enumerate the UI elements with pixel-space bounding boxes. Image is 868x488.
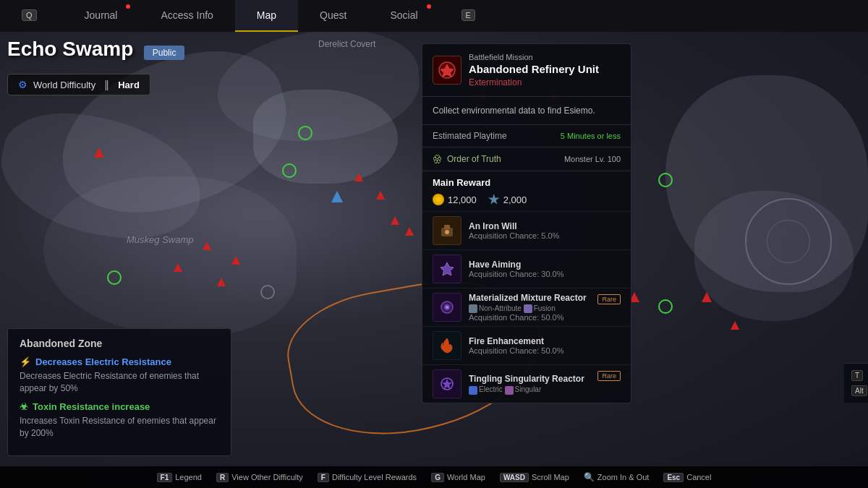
enemy-marker[interactable] [174, 263, 182, 272]
scroll-map-label: Scroll Map [532, 473, 569, 481]
f1-key: F1 [157, 473, 173, 482]
reward-item-mixture-reactor[interactable]: Materialized Mixture Reactor Non-Attribu… [422, 288, 631, 326]
nav-journal[interactable]: Journal [63, 0, 140, 32]
nav-access-info-label: Access Info [161, 9, 213, 21]
mission-panel: Battlefield Mission Abandoned Refinery U… [422, 43, 631, 403]
reward-icon-iron-will [433, 216, 461, 245]
coin-amount: 12,000 [448, 194, 477, 205]
mission-faction: 🏵 Order of Truth Monster Lv. 100 [422, 147, 631, 171]
visibility-badge[interactable]: Public [144, 46, 185, 60]
world-map-label: World Map [447, 473, 485, 481]
mission-subtype: Extermination [469, 77, 599, 87]
reward-icon-mixture-reactor [433, 293, 461, 322]
difficulty-rewards-label: Difficulty Level Rewards [332, 473, 417, 481]
coin-icon [433, 194, 444, 205]
reward-item-have-aiming[interactable]: Have Aiming Acquisition Chance: 30.0% [422, 249, 631, 288]
reward-icon-fire-enhancement [433, 331, 461, 360]
enemy-marker[interactable] [354, 173, 363, 181]
enemy-marker[interactable] [94, 147, 104, 158]
reward-item-singularity-reactor[interactable]: Tingling Singularity Reactor Electric Si… [422, 364, 631, 403]
reward-info-mixture-reactor: Materialized Mixture Reactor Non-Attribu… [469, 293, 587, 322]
enemy-marker[interactable] [203, 241, 211, 250]
mission-name: Abandoned Refinery Unit [469, 63, 599, 76]
zoom-label: Zoom In & Out [597, 473, 650, 481]
nav-q-shortcut[interactable]: Q [0, 0, 63, 32]
reward-icon-have-aiming [433, 254, 461, 283]
gear-amount: 2,000 [503, 194, 527, 205]
bottom-legend: F1 Legend [157, 473, 202, 482]
abandoned-zone-title: Abandoned Zone [20, 338, 219, 349]
location-header: Echo Swamp Public [7, 38, 184, 61]
enemy-marker[interactable] [405, 227, 414, 236]
wasd-key: WASD [500, 473, 529, 482]
elite-vulgus-action[interactable]: T Elite Vulgus Effect [851, 368, 868, 383]
bottom-difficulty-rewards: F Difficulty Level Rewards [318, 473, 417, 482]
other-difficulty-label: View Other Difficulty [231, 473, 303, 481]
enemy-marker[interactable] [391, 216, 399, 225]
reward-icon-singularity-reactor [433, 369, 461, 398]
coin-currency: 12,000 [433, 194, 477, 205]
enemy-marker[interactable] [731, 321, 739, 330]
svg-point-4 [445, 230, 449, 234]
mission-type: Battlefield Mission [469, 53, 599, 61]
location-marker[interactable] [298, 126, 312, 140]
location-marker[interactable] [282, 163, 297, 178]
zone-effect-electric: ⚡ Decreases Electric Resistance Decrease… [20, 356, 219, 395]
rare-badge-2: Rare [597, 371, 621, 381]
enemy-marker[interactable] [217, 278, 226, 286]
gear-currency: 2,000 [488, 194, 527, 205]
world-icon: ⚙ [18, 79, 27, 90]
reward-item-fire-enhancement[interactable]: Fire Enhancement Acquisition Chance: 50.… [422, 326, 631, 364]
nav-map[interactable]: Map [235, 0, 298, 32]
enemy-marker[interactable] [231, 256, 240, 265]
faction-info: 🏵 Order of Truth [433, 153, 501, 165]
zone-effect-electric-desc: Decreases Electric Resistance of enemies… [20, 370, 219, 395]
svg-point-8 [446, 306, 448, 309]
bottom-zoom: 🔍 Zoom In & Out [584, 472, 650, 482]
rare-badge: Rare [597, 294, 621, 304]
toxin-icon: ☣ [20, 401, 28, 412]
mission-marker[interactable] [331, 191, 343, 202]
bottom-other-difficulty: R View Other Difficulty [216, 473, 303, 482]
g-key: G [431, 473, 444, 482]
zone-effect-toxin-desc: Increases Toxin Resistance of enemies th… [20, 415, 219, 440]
nav-e-shortcut[interactable]: E [440, 0, 501, 32]
r-key: R [216, 473, 229, 482]
bottom-scroll-map: WASD Scroll Map [500, 473, 569, 482]
non-attribute-tag-icon [469, 304, 477, 313]
world-difficulty-panel: ⚙ World Difficulty ‖ Hard [7, 74, 150, 95]
location-marker[interactable] [658, 299, 673, 314]
mission-header: Battlefield Mission Abandoned Refinery U… [422, 44, 631, 97]
faction-icon: 🏵 [433, 153, 443, 165]
monster-level: Monster Lv. 100 [564, 155, 621, 163]
nav-social-label: Social [390, 9, 417, 21]
nav-social[interactable]: Social [368, 0, 439, 32]
mission-title-block: Battlefield Mission Abandoned Refinery U… [469, 53, 599, 87]
reward-item-iron-will[interactable]: An Iron Will Acquisition Chance: 5.0% [422, 211, 631, 249]
location-marker[interactable] [107, 270, 122, 285]
f-key: F [318, 473, 329, 482]
location-marker[interactable] [658, 173, 673, 187]
enemy-marker[interactable] [376, 191, 385, 200]
zone-effect-toxin-title: ☣ Toxin Resistance increase [20, 401, 219, 412]
location-name: Echo Swamp [7, 38, 133, 60]
tooltip-scroll-action[interactable]: Alt ↕ Tooltip Scroll [851, 383, 868, 398]
nav-quest-label: Quest [320, 9, 346, 21]
top-navigation: Q Journal Access Info Map Quest Social E [0, 0, 868, 32]
cancel-label: Cancel [686, 473, 711, 481]
t-key: T [851, 370, 863, 381]
social-notification-dot [427, 4, 431, 9]
mission-playtime: Estimated Playtime 5 Minutes or less [422, 125, 631, 147]
gear-icon [488, 194, 500, 205]
nav-quest[interactable]: Quest [298, 0, 368, 32]
faction-name: Order of Truth [447, 154, 501, 164]
nav-access-info[interactable]: Access Info [139, 0, 234, 32]
singularity-tags: Electric Singular [469, 385, 584, 394]
legend-label: Legend [175, 473, 202, 481]
bottom-world-map: G World Map [431, 473, 485, 482]
reward-info-singularity-reactor: Tingling Singularity Reactor Electric Si… [469, 374, 584, 394]
electric-icon: ⚡ [20, 356, 31, 367]
zoom-icon: 🔍 [584, 472, 595, 482]
enemy-marker[interactable] [702, 292, 712, 302]
reward-info-iron-will: An Iron Will Acquisition Chance: 5.0% [469, 221, 559, 240]
